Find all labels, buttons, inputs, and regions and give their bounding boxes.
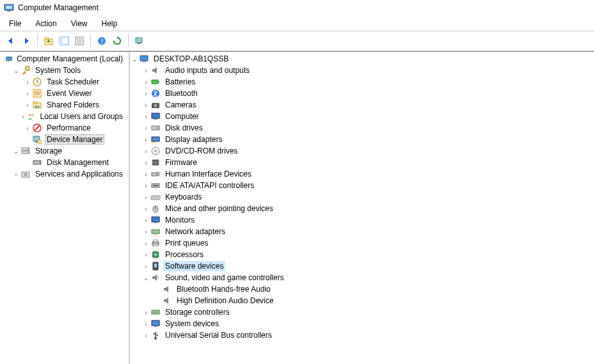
svg-rect-69 <box>152 217 159 222</box>
menu-view[interactable]: View <box>65 17 94 31</box>
tree-shared-folders[interactable]: › Shared Folders <box>0 99 129 111</box>
expand-icon[interactable]: › <box>141 112 150 121</box>
device-display-adapters[interactable]: ›Display adapters <box>130 134 594 145</box>
device-monitors[interactable]: ›Monitors <box>130 214 594 226</box>
tree-storage[interactable]: ⌄ Storage <box>0 145 129 157</box>
tree-task-scheduler[interactable]: › Task Scheduler <box>0 76 129 88</box>
toolbar-separator <box>90 35 91 47</box>
device-software-devices[interactable]: ›Software devices <box>130 260 594 272</box>
expand-icon[interactable]: › <box>23 100 32 109</box>
device-label: DESKTOP-AB1QSSB <box>152 54 230 64</box>
svg-rect-19 <box>33 90 41 97</box>
tree-disk-management[interactable]: › Disk Management <box>0 157 129 168</box>
device-disk-drives[interactable]: ›Disk drives <box>130 122 594 134</box>
device-usb[interactable]: ›Universal Serial Bus controllers <box>130 329 594 341</box>
device-network[interactable]: ›Network adapters <box>130 226 594 237</box>
device-mice[interactable]: ›Mice and other pointing devices <box>130 203 594 214</box>
refresh-button[interactable] <box>110 34 124 48</box>
up-button[interactable] <box>42 34 56 48</box>
expand-icon[interactable]: › <box>12 170 20 178</box>
expand-icon[interactable]: › <box>141 77 150 86</box>
device-sound[interactable]: ⌄Sound, video and game controllers <box>130 272 594 283</box>
device-computer-root[interactable]: ⌄ DESKTOP-AB1QSSB <box>130 53 594 65</box>
expand-icon[interactable]: › <box>141 123 150 132</box>
users-icon <box>27 111 35 122</box>
expand-icon[interactable]: › <box>141 216 150 225</box>
expand-icon[interactable]: › <box>141 135 150 144</box>
expand-icon[interactable]: › <box>141 193 150 202</box>
expand-icon[interactable]: › <box>19 112 27 121</box>
tree-services-apps[interactable]: › Services and Applications <box>0 168 129 180</box>
clock-icon <box>32 77 42 87</box>
back-button[interactable] <box>4 34 18 48</box>
scan-hardware-button[interactable] <box>132 34 147 48</box>
expand-icon[interactable]: › <box>141 308 150 317</box>
expand-icon[interactable]: › <box>141 227 150 236</box>
monitor-icon <box>150 215 161 225</box>
device-bt-handsfree[interactable]: ›Bluetooth Hands-free Audio <box>130 283 594 295</box>
properties-button[interactable] <box>72 34 86 48</box>
device-label: Processors <box>163 249 205 260</box>
expand-icon[interactable]: › <box>141 146 150 155</box>
expand-icon[interactable]: › <box>23 89 32 98</box>
expand-icon[interactable]: › <box>141 89 150 98</box>
expand-icon[interactable]: ⌄ <box>12 66 20 75</box>
tree-local-users[interactable]: › Local Users and Groups <box>0 111 129 122</box>
menu-file[interactable]: File <box>3 17 28 31</box>
device-dvd[interactable]: ›DVD/CD-ROM drives <box>130 145 594 157</box>
tree-label: Services and Applications <box>33 169 125 179</box>
expand-icon[interactable]: › <box>23 77 32 86</box>
tree-performance[interactable]: › Performance <box>0 122 129 134</box>
toolbar-separator <box>37 35 38 47</box>
menu-help[interactable]: Help <box>95 17 124 31</box>
expand-icon[interactable]: ⌄ <box>130 54 139 63</box>
device-system-devices[interactable]: ›System devices <box>130 318 594 329</box>
svg-rect-60 <box>152 173 157 176</box>
expand-icon[interactable]: › <box>23 123 32 132</box>
device-storage-ctrl[interactable]: ›Storage controllers <box>130 306 594 318</box>
expand-icon[interactable]: › <box>141 262 150 271</box>
expand-icon[interactable]: ⌄ <box>141 273 150 282</box>
console-tree[interactable]: ▸ Computer Management (Local) ⌄ System T… <box>0 52 129 364</box>
help-button[interactable]: ? <box>95 34 109 48</box>
speaker-icon <box>150 65 161 75</box>
device-firmware[interactable]: ›Firmware <box>130 157 594 168</box>
tree-event-viewer[interactable]: › Event Viewer <box>0 88 129 99</box>
device-keyboards[interactable]: ›Keyboards <box>130 191 594 203</box>
expand-icon[interactable]: › <box>141 239 150 248</box>
forward-button[interactable] <box>19 34 33 48</box>
device-ide[interactable]: ›IDE ATA/ATAPI controllers <box>130 180 594 191</box>
svg-rect-13 <box>136 38 142 43</box>
tree-device-manager[interactable]: › Device Manager <box>0 134 129 145</box>
device-processors[interactable]: ›Processors <box>130 249 594 260</box>
device-print-queues[interactable]: ›Print queues <box>130 237 594 249</box>
expand-icon[interactable]: ⌄ <box>12 146 20 155</box>
expand-icon[interactable]: › <box>141 66 150 75</box>
menu-action[interactable]: Action <box>29 17 63 31</box>
device-hid[interactable]: ›Human Interface Devices <box>130 168 594 180</box>
expand-icon[interactable]: › <box>141 204 150 213</box>
device-cameras[interactable]: ›Cameras <box>130 99 594 111</box>
event-icon <box>32 88 42 99</box>
expand-icon[interactable]: › <box>141 331 150 340</box>
device-batteries[interactable]: ›Batteries <box>130 76 594 88</box>
device-label: Print queues <box>163 238 210 248</box>
device-audio-io[interactable]: ›Audio inputs and outputs <box>130 65 594 76</box>
expand-icon[interactable]: › <box>141 250 150 259</box>
expand-icon[interactable]: › <box>141 100 150 109</box>
device-computer[interactable]: ›Computer <box>130 111 594 122</box>
tree-system-tools[interactable]: ⌄ System Tools <box>0 65 129 76</box>
show-hide-tree-button[interactable] <box>57 34 71 48</box>
device-bluetooth[interactable]: ›Bluetooth <box>130 88 594 99</box>
device-label: Firmware <box>163 157 199 168</box>
svg-rect-75 <box>154 240 157 242</box>
expand-icon[interactable]: › <box>141 319 150 328</box>
tree-root[interactable]: ▸ Computer Management (Local) <box>0 53 129 65</box>
device-hd-audio[interactable]: ›High Definition Audio Device <box>130 295 594 306</box>
expand-icon[interactable]: › <box>141 158 150 167</box>
expand-icon[interactable]: › <box>141 181 150 190</box>
software-icon <box>150 261 161 271</box>
svg-point-97 <box>153 333 154 335</box>
device-tree[interactable]: ⌄ DESKTOP-AB1QSSB ›Audio inputs and outp… <box>129 52 594 364</box>
expand-icon[interactable]: › <box>141 170 150 178</box>
